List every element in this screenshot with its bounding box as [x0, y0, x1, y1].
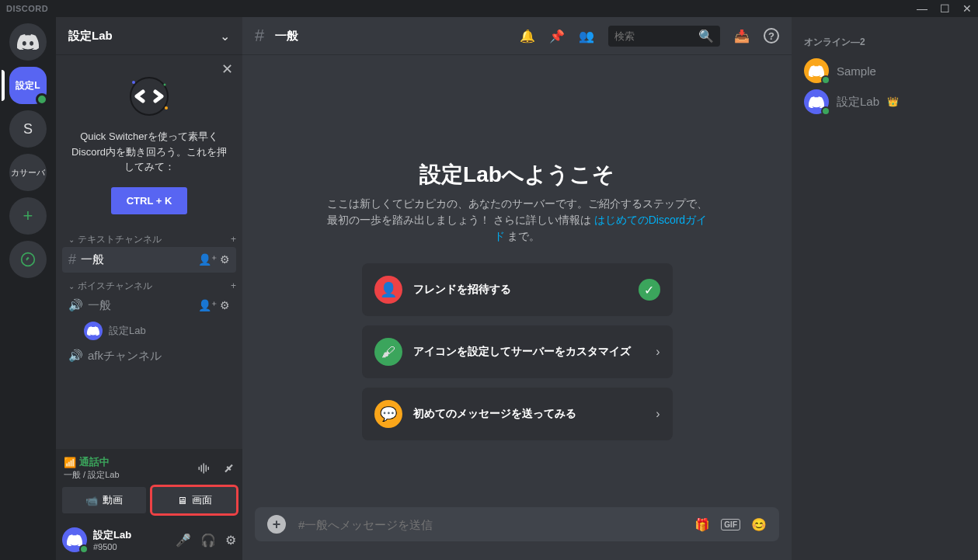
connection-status[interactable]: 📶通話中 [64, 455, 120, 469]
search-icon: 🔍 [698, 29, 714, 43]
chevron-down-icon: ⌄ [220, 29, 230, 43]
deafen-icon[interactable]: 🎧 [200, 533, 216, 548]
discord-icon [809, 96, 824, 108]
voice-user-item[interactable]: 設定Lab [56, 318, 242, 343]
server-header[interactable]: 設定Lab ⌄ [56, 17, 242, 54]
speaker-icon: 🔊 [68, 298, 83, 312]
screen-share-button[interactable]: 🖥画面 [152, 487, 236, 513]
window-controls: — ☐ ✕ [917, 2, 972, 15]
pinned-icon[interactable]: 📌 [549, 29, 565, 43]
avatar [804, 89, 829, 114]
signal-icon: 📶 [64, 457, 76, 468]
close-icon[interactable]: ✕ [221, 61, 233, 78]
invite-icon[interactable]: 👤⁺ [198, 253, 217, 266]
members-toggle-icon[interactable]: 👥 [579, 29, 594, 43]
onboard-icon-step[interactable]: 🖌 アイコンを設定してサーバーをカスタマイズ › [362, 325, 673, 378]
chevron-right-icon: › [656, 407, 660, 421]
members-header: オンライン—2 [798, 30, 972, 55]
mute-icon[interactable]: 🎤 [176, 533, 191, 548]
avatar [84, 322, 103, 340]
settings-icon[interactable]: ⚙ [225, 533, 236, 548]
inbox-icon[interactable]: 📥 [734, 29, 750, 43]
home-button[interactable] [9, 23, 47, 61]
svg-point-4 [164, 84, 166, 86]
avatar[interactable] [62, 527, 87, 552]
user-tag: #9500 [93, 542, 169, 551]
explore-button[interactable] [9, 241, 47, 278]
noise-suppress-icon[interactable] [197, 461, 211, 475]
attach-button[interactable]: + [267, 515, 286, 534]
emoji-icon[interactable]: 😊 [751, 517, 767, 532]
invite-step-icon: 👤 [374, 276, 402, 304]
server-s[interactable]: S [9, 110, 47, 148]
server-find[interactable]: カサーバ [9, 154, 47, 191]
channel-general-text[interactable]: #一般 👤⁺⚙ [62, 247, 236, 273]
category-label: テキストチャンネル [68, 233, 162, 246]
invite-icon[interactable]: 👤⁺ [198, 299, 217, 311]
help-icon[interactable]: ? [764, 28, 779, 43]
maximize-button[interactable]: ☐ [940, 2, 950, 15]
gear-icon[interactable]: ⚙ [220, 253, 230, 266]
add-channel-icon[interactable]: + [231, 234, 236, 245]
add-channel-icon[interactable]: + [231, 280, 236, 291]
close-button[interactable]: ✕ [962, 2, 972, 15]
member-name: Sample [837, 64, 876, 78]
member-sample[interactable]: Sample [798, 55, 972, 86]
voice-user-name: 設定Lab [109, 324, 146, 338]
app-name: DISCORD [6, 4, 48, 13]
channel-label: afkチャンネル [88, 349, 162, 363]
video-button[interactable]: 📹動画 [62, 487, 146, 513]
message-input-bar: + 🎁 GIF 😊 [255, 507, 779, 541]
onboard-message-step[interactable]: 💬 初めてのメッセージを送ってみる › [362, 388, 673, 440]
channel-afk-voice[interactable]: 🔊afkチャンネル [62, 344, 236, 368]
titlebar: DISCORD — ☐ ✕ [0, 0, 978, 17]
discord-icon [809, 65, 824, 77]
server-name: 設定Lab [68, 29, 113, 43]
discord-icon [17, 34, 39, 50]
member-owner[interactable]: 設定Lab 👑 [798, 86, 972, 117]
notifications-icon[interactable]: 🔔 [520, 29, 535, 43]
message-input[interactable] [298, 518, 682, 531]
avatar [804, 58, 829, 83]
text-channels-category[interactable]: テキストチャンネル + [56, 227, 242, 246]
quick-switcher-card: ✕ Quick Switcherを使って素早くDiscord内を動き回ろう。これ… [56, 54, 242, 227]
disconnect-icon[interactable] [221, 461, 235, 475]
gear-icon[interactable]: ⚙ [220, 299, 230, 311]
gif-button[interactable]: GIF [721, 519, 740, 530]
search-input[interactable] [614, 30, 692, 42]
username: 設定Lab [93, 528, 169, 542]
svg-point-2 [132, 81, 135, 84]
onboard-invite[interactable]: 👤 フレンドを招待する ✓ [362, 263, 673, 316]
screen-icon: 🖥 [177, 495, 187, 506]
member-name: 設定Lab [837, 95, 879, 110]
category-label: ボイスチャンネル [68, 280, 152, 293]
welcome-description: ここは新しくてピカピカの、あなたのサーバーです。ご紹介するステップで、最初の一歩… [323, 196, 712, 245]
online-badge [79, 544, 89, 554]
channel-title: 一般 [275, 29, 513, 43]
channel-sidebar: 設定Lab ⌄ ✕ Quick Switcherを使って素早くDiscord内を… [56, 17, 242, 560]
hash-icon: # [68, 252, 76, 268]
server-label: カサーバ [11, 167, 45, 179]
speaker-icon: 🔊 [68, 349, 83, 363]
onboard-label: フレンドを招待する [413, 283, 628, 297]
member-list: オンライン—2 Sample 設定Lab 👑 [792, 17, 978, 560]
channel-label: 一般 [88, 298, 111, 313]
customize-step-icon: 🖌 [374, 338, 402, 366]
search-box[interactable]: 🔍 [608, 26, 720, 47]
add-server-button[interactable]: + [9, 197, 47, 235]
server-label: 設定L [16, 79, 40, 92]
gift-icon[interactable]: 🎁 [694, 517, 710, 532]
main-content: # 一般 🔔 📌 👥 🔍 📥 ? 設定Labへようこそ ここは新しくてピカピカの… [242, 17, 792, 560]
check-icon: ✓ [639, 279, 660, 301]
online-badge [821, 75, 830, 85]
quick-switcher-button[interactable]: CTRL + K [111, 187, 188, 214]
voice-channels-category[interactable]: ボイスチャンネル + [56, 273, 242, 293]
channel-header: # 一般 🔔 📌 👥 🔍 📥 ? [242, 17, 792, 54]
channel-general-voice[interactable]: 🔊一般 👤⁺⚙ [62, 294, 236, 318]
svg-point-3 [165, 106, 168, 110]
minimize-button[interactable]: — [917, 2, 928, 15]
server-settei-lab[interactable]: 設定L [9, 67, 47, 104]
onboard-label: アイコンを設定してサーバーをカスタマイズ [413, 345, 646, 359]
hash-icon: # [255, 26, 264, 46]
compass-icon [20, 252, 36, 267]
